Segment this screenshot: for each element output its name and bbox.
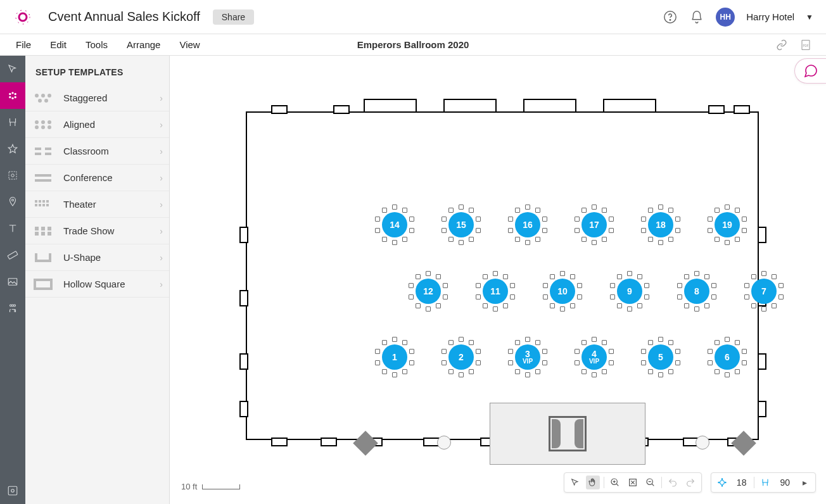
template-u-shape[interactable]: U-Shape› [25, 244, 169, 271]
location-tool-icon[interactable] [0, 189, 25, 215]
curtain-icon [549, 416, 587, 451]
menu-edit[interactable]: Edit [41, 39, 76, 50]
favorites-tool-icon[interactable] [0, 135, 25, 162]
zoom-fit-icon[interactable] [626, 476, 640, 489]
svg-rect-43 [35, 204, 37, 206]
table-7[interactable]: 7 [751, 279, 777, 304]
svg-rect-55 [37, 260, 49, 262]
svg-point-25 [38, 99, 42, 103]
help-icon[interactable] [663, 9, 678, 25]
svg-point-1 [16, 10, 30, 24]
pointer-mode-icon[interactable] [568, 476, 582, 489]
table-4[interactable]: 4VIP [581, 344, 607, 370]
bell-icon[interactable] [689, 9, 704, 25]
menu-tools[interactable]: Tools [76, 39, 117, 50]
svg-point-11 [15, 96, 16, 98]
select-tool-icon[interactable] [0, 56, 25, 82]
menu-file[interactable]: File [6, 39, 41, 50]
svg-point-8 [15, 93, 16, 95]
template-label: Trade Show [63, 225, 160, 236]
table-12[interactable]: 12 [416, 279, 441, 304]
table-19[interactable]: 19 [715, 212, 740, 237]
table-11[interactable]: 11 [483, 279, 508, 304]
user-menu-caret-icon[interactable]: ▼ [806, 13, 813, 22]
table-10[interactable]: 10 [550, 279, 575, 304]
table-16[interactable]: 16 [515, 212, 540, 237]
small-node-left[interactable] [437, 436, 451, 450]
pan-mode-icon[interactable] [586, 476, 600, 489]
template-label: Hollow Square [63, 279, 160, 289]
table-18[interactable]: 18 [648, 212, 673, 237]
event-title: Cvent Annual Sales Kickoff [48, 9, 200, 24]
text-tool-icon[interactable] [0, 215, 25, 242]
document-title: Emperors Ballroom 2020 [357, 39, 469, 50]
small-node-right[interactable] [696, 436, 709, 450]
table-2[interactable]: 2 [448, 344, 474, 370]
chair-count-icon [758, 476, 772, 489]
zoom-in-icon[interactable] [608, 476, 622, 489]
table-count-icon [715, 476, 729, 489]
link-icon[interactable] [774, 37, 789, 53]
template-label: Aligned [63, 119, 160, 130]
furniture-tool-icon[interactable] [0, 109, 25, 135]
image-tool-icon[interactable] [0, 268, 25, 295]
table-14[interactable]: 14 [382, 212, 407, 237]
svg-point-60 [720, 481, 725, 485]
svg-rect-38 [35, 179, 51, 182]
chat-icon[interactable] [794, 58, 826, 84]
menu-arrange[interactable]: Arrange [117, 39, 170, 50]
template-trade-show[interactable]: Trade Show› [25, 218, 169, 244]
template-theater[interactable]: Theater› [25, 191, 169, 218]
table-3[interactable]: 3VIP [515, 344, 540, 370]
svg-rect-48 [41, 227, 45, 230]
template-icon [32, 277, 54, 292]
table-9[interactable]: 9 [617, 279, 642, 304]
table-15[interactable]: 15 [448, 212, 474, 237]
svg-point-14 [12, 199, 14, 201]
template-conference[interactable]: Conference› [25, 165, 169, 191]
people-tool-icon[interactable] [0, 295, 25, 322]
table-6[interactable]: 6 [715, 344, 740, 370]
template-icon [32, 170, 54, 186]
svg-rect-56 [35, 280, 51, 289]
undo-icon[interactable] [666, 476, 680, 489]
template-icon [32, 117, 54, 132]
share-button[interactable]: Share [213, 9, 254, 25]
svg-point-32 [48, 125, 51, 129]
template-hollow-square[interactable]: Hollow Square› [25, 271, 169, 298]
zoom-out-icon[interactable] [644, 476, 658, 489]
floorplan[interactable]: 141516171819121110987123VIP4VIP56 [239, 100, 765, 451]
expand-counts-icon[interactable]: ▸ [797, 476, 811, 489]
chevron-right-icon: › [160, 120, 163, 130]
template-aligned[interactable]: Aligned› [25, 111, 169, 138]
template-label: Conference [63, 172, 160, 183]
table-5[interactable]: 5 [648, 344, 673, 370]
template-staggered[interactable]: Staggered› [25, 85, 169, 111]
svg-point-21 [11, 489, 15, 493]
user-name: Harry Hotel [746, 11, 794, 22]
user-avatar[interactable]: HH [716, 8, 735, 27]
sidebar-title: SETUP TEMPLATES [25, 56, 169, 85]
template-label: U-Shape [63, 252, 160, 263]
pdf-export-icon[interactable]: PDF [798, 37, 813, 53]
table-8[interactable]: 8 [684, 279, 709, 304]
app-header: Cvent Annual Sales Kickoff Share HH Harr… [0, 0, 826, 34]
svg-rect-42 [46, 200, 49, 203]
chevron-right-icon: › [160, 93, 163, 103]
stage[interactable] [490, 403, 645, 465]
table-1[interactable]: 1 [382, 344, 407, 370]
table-17[interactable]: 17 [581, 212, 607, 237]
layout-tool-icon[interactable] [0, 82, 25, 109]
canvas-area[interactable]: 141516171819121110987123VIP4VIP56 10 ft [170, 56, 826, 504]
chevron-right-icon: › [160, 279, 163, 289]
svg-rect-33 [35, 148, 41, 150]
settings-tool-icon[interactable] [0, 477, 25, 504]
measure-tool-icon[interactable] [0, 242, 25, 268]
region-tool-icon[interactable] [0, 162, 25, 189]
redo-icon[interactable] [683, 476, 697, 489]
svg-rect-47 [35, 227, 39, 230]
svg-rect-53 [35, 253, 37, 262]
menu-view[interactable]: View [170, 39, 209, 50]
svg-point-64 [725, 482, 726, 483]
template-classroom[interactable]: Classroom› [25, 138, 169, 165]
